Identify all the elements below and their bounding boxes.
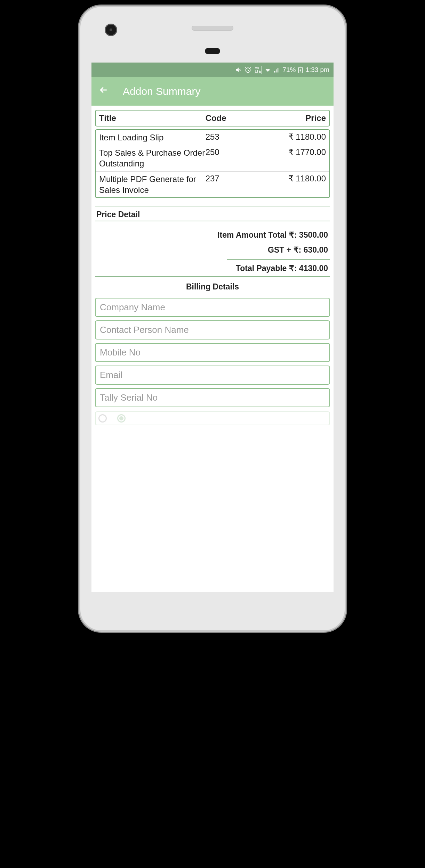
phone-sensor xyxy=(205,48,220,54)
cell-price: ₹ 1180.00 xyxy=(255,174,326,195)
col-header-title: Title xyxy=(99,113,206,123)
col-header-price: Price xyxy=(255,113,326,123)
radio-icon xyxy=(98,414,107,423)
table-header: Title Code Price xyxy=(95,110,330,126)
battery-icon xyxy=(298,66,303,73)
mute-icon xyxy=(235,66,242,73)
wifi-icon xyxy=(264,66,271,73)
cell-price: ₹ 1770.00 xyxy=(255,147,326,169)
front-camera xyxy=(105,24,117,36)
app-bar: Addon Summary xyxy=(91,77,334,106)
volte-icon: VoLTE xyxy=(254,66,262,74)
price-subtotal-line xyxy=(227,259,330,260)
divider xyxy=(95,206,330,206)
status-bar: VoLTE 71% 1:33 pm xyxy=(91,63,334,77)
phone-speaker xyxy=(192,26,233,31)
total-payable: Total Payable ₹: 4130.00 xyxy=(95,261,330,276)
billing-heading: Billing Details xyxy=(95,276,330,298)
cell-code: 237 xyxy=(206,174,255,195)
radio-group xyxy=(95,411,330,425)
page-title: Addon Summary xyxy=(123,85,200,97)
cell-code: 253 xyxy=(206,132,255,143)
battery-percent: 71% xyxy=(282,66,296,74)
status-icons: VoLTE 71% 1:33 pm xyxy=(235,66,329,74)
phone-bezel-top xyxy=(91,17,334,63)
alarm-icon xyxy=(244,66,251,73)
cell-title: Multiple PDF Generate for Sales Invoice xyxy=(99,174,206,195)
svg-rect-2 xyxy=(300,67,302,67)
back-arrow-icon[interactable] xyxy=(98,85,109,98)
radio-option[interactable] xyxy=(98,414,107,423)
company-name-input[interactable] xyxy=(95,298,330,317)
mobile-no-input[interactable] xyxy=(95,343,330,362)
cell-title: Top Sales & Purchase Order Outstanding xyxy=(99,147,206,169)
email-input[interactable] xyxy=(95,366,330,385)
table-body: Item Loading Slip 253 ₹ 1180.00 Top Sale… xyxy=(95,129,330,198)
signal-icon xyxy=(274,67,280,73)
table-row: Top Sales & Purchase Order Outstanding 2… xyxy=(96,145,329,171)
gst-amount: GST + ₹: 630.00 xyxy=(95,243,330,257)
table-row: Item Loading Slip 253 ₹ 1180.00 xyxy=(96,130,329,145)
clock-time: 1:33 pm xyxy=(305,66,329,74)
cell-price: ₹ 1180.00 xyxy=(255,132,326,143)
cell-code: 250 xyxy=(206,147,255,169)
content-area: Title Code Price Item Loading Slip 253 ₹… xyxy=(91,106,334,592)
col-header-code: Code xyxy=(206,113,255,123)
phone-frame: VoLTE 71% 1:33 pm Addon Summary xyxy=(80,7,345,630)
contact-person-input[interactable] xyxy=(95,320,330,339)
cell-title: Item Loading Slip xyxy=(99,132,206,143)
item-amount-total: Item Amount Total ₹: 3500.00 xyxy=(95,228,330,243)
tally-serial-input[interactable] xyxy=(95,388,330,407)
radio-option[interactable] xyxy=(117,414,126,423)
radio-checked-icon xyxy=(117,414,126,423)
table-row: Multiple PDF Generate for Sales Invoice … xyxy=(96,172,329,197)
price-detail-heading: Price Detail xyxy=(96,210,330,219)
phone-screen: VoLTE 71% 1:33 pm Addon Summary xyxy=(91,63,334,592)
price-detail-block: Item Amount Total ₹: 3500.00 GST + ₹: 63… xyxy=(95,221,330,276)
